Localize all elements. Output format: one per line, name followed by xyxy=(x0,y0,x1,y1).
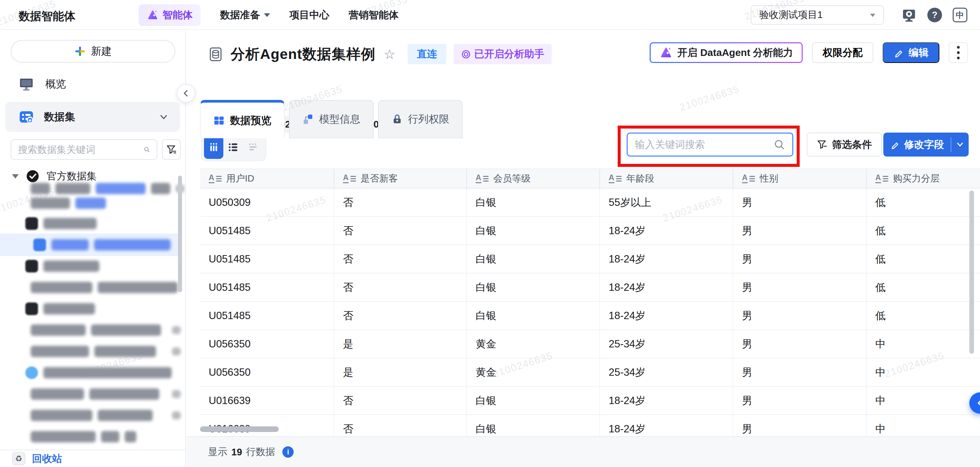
nav-item[interactable]: 项目中心 xyxy=(290,8,329,22)
permission-button[interactable]: 权限分配 xyxy=(812,42,873,63)
nav-item[interactable]: 数据准备 xyxy=(220,8,270,22)
column-header[interactable]: A年龄段 xyxy=(600,169,733,188)
table-row: U051485否白银18-24岁男低 xyxy=(200,302,980,330)
redacted-text xyxy=(151,183,170,194)
table-vertical-scrollbar[interactable] xyxy=(969,191,974,354)
redacted-text xyxy=(31,197,70,209)
redacted-text xyxy=(43,367,172,378)
tree-item-redacted[interactable] xyxy=(0,234,181,256)
redacted-text xyxy=(98,282,178,293)
tree-item-redacted[interactable] xyxy=(0,280,181,295)
list-view-icon xyxy=(228,141,239,153)
tree-item-redacted[interactable] xyxy=(0,302,181,316)
redacted-text xyxy=(55,183,90,194)
table-cell: 18-24岁 xyxy=(600,415,733,436)
enable-dataagent-button[interactable]: 开启 DataAgent 分析能力 xyxy=(650,42,803,63)
sidebar-item-dataset[interactable]: 数据集 xyxy=(5,102,180,132)
tree-item-redacted[interactable] xyxy=(0,387,181,401)
table-footer: 显示 19 行数据 i xyxy=(187,436,980,467)
columns-view-icon xyxy=(208,141,220,153)
funnel-icon xyxy=(166,144,177,155)
table-cell: U051485 xyxy=(200,217,334,245)
table-row: U051485否白银18-24岁男低 xyxy=(200,217,980,245)
sidebar: 新建 概览 数据集 官方数据集 ♻ 回收站 xyxy=(0,30,186,467)
tree-item-redacted[interactable] xyxy=(0,429,181,444)
modify-fields-main[interactable]: 修改字段 xyxy=(883,138,951,152)
redacted-text xyxy=(89,388,159,400)
redacted-text xyxy=(31,282,92,293)
column-header[interactable]: A用户ID xyxy=(200,169,334,188)
view-columns-button[interactable] xyxy=(204,135,223,159)
dataset-search-input[interactable] xyxy=(18,144,144,155)
column-header[interactable]: A购买力分层 xyxy=(867,169,980,188)
agent-triangle-icon xyxy=(659,46,673,59)
sidebar-item-overview[interactable]: 概览 xyxy=(0,72,185,96)
modify-fields-button[interactable]: 修改字段 xyxy=(883,133,969,157)
tree-item-redacted[interactable] xyxy=(0,365,181,380)
sidebar-scrollbar[interactable] xyxy=(178,176,182,292)
redacted-meta xyxy=(172,390,181,398)
nav-item[interactable]: 智能体 xyxy=(138,4,200,26)
modify-fields-dropdown[interactable] xyxy=(951,140,969,149)
table-cell: 男 xyxy=(733,330,867,358)
table-row: U016639否白银18-24岁男中 xyxy=(200,415,980,436)
tab-数据预览[interactable]: 数据预览 xyxy=(200,100,285,138)
favorite-star-icon[interactable]: ☆ xyxy=(383,47,396,62)
tree-item-redacted[interactable] xyxy=(0,181,181,196)
table-row: U051485否白银18-24岁男低 xyxy=(200,245,980,273)
data-preview-table: A用户IDA是否新客A会员等级A年龄段A性别A购买力分层 U050309否白银5… xyxy=(200,168,980,436)
table-cell: U051485 xyxy=(200,245,334,273)
redacted-text xyxy=(91,324,161,336)
database-icon xyxy=(208,47,223,62)
column-header[interactable]: A性别 xyxy=(733,169,867,188)
table-cell: U056350 xyxy=(200,358,334,386)
view-list-button[interactable] xyxy=(223,141,243,153)
view-compact-button[interactable] xyxy=(243,141,263,153)
dataset-icon xyxy=(25,260,38,272)
dataset-filter-button[interactable] xyxy=(162,139,181,160)
column-header[interactable]: A会员等级 xyxy=(467,169,600,188)
edit-button[interactable]: 编辑 xyxy=(883,42,939,63)
nav-item[interactable]: 营销智能体 xyxy=(348,8,399,22)
table-cell: 否 xyxy=(334,387,467,415)
column-header[interactable]: A是否新客 xyxy=(334,169,467,188)
language-icon[interactable]: 中 xyxy=(953,8,967,22)
tab-模型信息[interactable]: 模型信息 xyxy=(289,100,374,138)
tree-expand-caret-icon[interactable] xyxy=(12,174,19,182)
more-actions-button[interactable] xyxy=(949,42,968,63)
tab-行列权限[interactable]: 行列权限 xyxy=(378,100,463,138)
tree-item-redacted[interactable] xyxy=(0,344,181,359)
tree-item-redacted[interactable] xyxy=(0,408,181,423)
column-header-label: 购买力分层 xyxy=(893,172,940,185)
tree-item-redacted[interactable] xyxy=(0,259,181,273)
tree-item-redacted[interactable] xyxy=(0,323,181,337)
rowcount-value: 19 xyxy=(231,447,242,457)
dataset-icon xyxy=(25,366,38,379)
new-button-label: 新建 xyxy=(91,44,112,58)
sidebar-collapse-button[interactable] xyxy=(177,84,195,103)
table-cell: U051485 xyxy=(200,302,334,329)
column-header-label: 用户ID xyxy=(226,172,255,185)
redacted-text xyxy=(31,431,95,442)
topbar-icons: ? 中 xyxy=(901,7,967,23)
redacted-text xyxy=(51,239,89,251)
new-button[interactable]: 新建 xyxy=(11,40,175,63)
plus-icon xyxy=(74,46,86,57)
help-icon[interactable]: ? xyxy=(928,8,942,22)
table-cell: 男 xyxy=(733,273,867,301)
table-cell: 黄金 xyxy=(467,330,600,358)
page-title: 分析Agent数据集样例 xyxy=(231,44,375,64)
filter-conditions-button[interactable]: 筛选条件 xyxy=(807,133,882,157)
keyword-search-input[interactable] xyxy=(635,139,774,150)
project-selector[interactable]: 验收测试项目1 xyxy=(751,5,884,25)
tree-item-redacted[interactable] xyxy=(0,216,181,231)
settings-monitor-icon[interactable] xyxy=(901,7,917,23)
table-horizontal-scrollbar[interactable] xyxy=(200,426,278,432)
tree-item-redacted[interactable] xyxy=(0,196,181,211)
info-icon[interactable]: i xyxy=(282,446,294,457)
analysis-assistant-badge: 已开启分析助手 xyxy=(453,44,552,64)
dataset-search xyxy=(11,139,158,160)
pencil-icon xyxy=(890,140,900,149)
sidebar-item-recycle-bin[interactable]: ♻ 回收站 xyxy=(0,450,185,467)
table-cell: 否 xyxy=(334,245,467,273)
